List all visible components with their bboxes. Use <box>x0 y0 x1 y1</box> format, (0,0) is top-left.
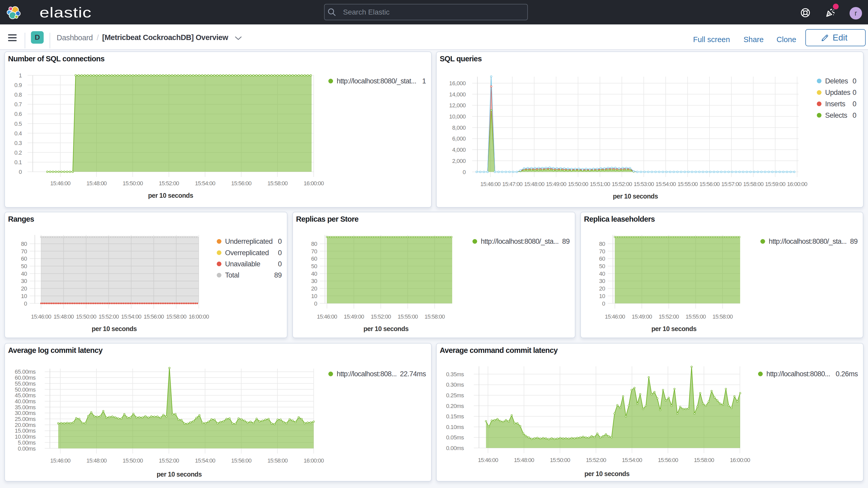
svg-text:0.30ms: 0.30ms <box>446 382 464 388</box>
svg-text:Unavailable: Unavailable <box>225 260 260 268</box>
svg-text:16:00:00: 16:00:00 <box>304 457 324 464</box>
svg-text:10: 10 <box>21 293 27 299</box>
svg-text:Underreplicated: Underreplicated <box>225 238 273 245</box>
svg-text:15:54:00: 15:54:00 <box>195 457 215 464</box>
svg-text:15:55:00: 15:55:00 <box>686 313 706 320</box>
svg-text:10,000: 10,000 <box>449 113 466 120</box>
svg-text:15.00ms: 15.00ms <box>15 427 36 434</box>
svg-text:0: 0 <box>19 169 22 175</box>
svg-text:89: 89 <box>274 271 282 279</box>
svg-text:Overreplicated: Overreplicated <box>225 249 269 257</box>
svg-text:15:56:00: 15:56:00 <box>231 457 252 464</box>
svg-text:15:50:00: 15:50:00 <box>550 457 570 463</box>
svg-text:0.00ms: 0.00ms <box>446 445 464 451</box>
svg-text:30: 30 <box>311 278 317 284</box>
svg-text:35.00ms: 35.00ms <box>15 404 36 410</box>
svg-text:16:00:00: 16:00:00 <box>787 181 807 187</box>
svg-text:15:54:00: 15:54:00 <box>622 457 642 463</box>
svg-text:12,000: 12,000 <box>449 102 466 109</box>
svg-text:0: 0 <box>278 260 282 268</box>
svg-text:15:50:00: 15:50:00 <box>123 180 143 187</box>
svg-text:per 10 seconds: per 10 seconds <box>148 192 193 199</box>
svg-text:40: 40 <box>21 271 27 277</box>
svg-text:15:52:00: 15:52:00 <box>159 457 179 464</box>
svg-text:20.00ms: 20.00ms <box>15 422 36 428</box>
svg-text:Total: Total <box>225 271 239 279</box>
svg-text:0: 0 <box>852 89 856 96</box>
svg-text:89: 89 <box>562 238 570 245</box>
svg-text:0.1: 0.1 <box>14 159 22 165</box>
svg-text:0.7: 0.7 <box>14 101 22 108</box>
svg-text:15:54:00: 15:54:00 <box>195 180 215 187</box>
svg-text:http://localhost:8080...: http://localhost:8080... <box>766 370 830 378</box>
svg-text:15:46:00: 15:46:00 <box>50 457 70 464</box>
svg-text:0.9: 0.9 <box>14 82 22 88</box>
svg-text:60: 60 <box>311 255 317 262</box>
svg-text:15:46:00: 15:46:00 <box>605 313 625 320</box>
svg-text:5.00ms: 5.00ms <box>18 439 36 446</box>
svg-text:15:58:00: 15:58:00 <box>268 457 288 464</box>
svg-text:15:47:00: 15:47:00 <box>502 181 522 187</box>
svg-text:0: 0 <box>852 100 856 108</box>
svg-text:0: 0 <box>314 300 317 307</box>
svg-text:http://localhost:8080/_sta...: http://localhost:8080/_sta... <box>481 238 559 245</box>
svg-text:0: 0 <box>463 169 466 175</box>
svg-text:0.3: 0.3 <box>14 140 22 146</box>
svg-text:0: 0 <box>852 77 856 85</box>
svg-text:15:49:00: 15:49:00 <box>546 181 566 187</box>
svg-text:15:50:00: 15:50:00 <box>76 313 96 320</box>
svg-text:0.25ms: 0.25ms <box>446 392 464 399</box>
svg-text:80: 80 <box>599 241 605 247</box>
svg-text:15:50:00: 15:50:00 <box>568 181 588 187</box>
svg-text:25.00ms: 25.00ms <box>15 416 36 422</box>
svg-text:0.2: 0.2 <box>14 149 22 156</box>
svg-text:89: 89 <box>850 238 858 245</box>
svg-text:0.26ms: 0.26ms <box>836 370 858 378</box>
svg-text:0: 0 <box>852 112 856 119</box>
svg-text:16:00:00: 16:00:00 <box>189 313 209 320</box>
svg-text:16,000: 16,000 <box>449 80 466 87</box>
svg-text:Selects: Selects <box>825 112 847 119</box>
svg-text:6,000: 6,000 <box>452 135 466 142</box>
svg-text:0: 0 <box>24 300 27 307</box>
svg-text:per 10 seconds: per 10 seconds <box>651 325 696 332</box>
svg-text:0.10ms: 0.10ms <box>446 424 464 430</box>
svg-text:http://localhost:8080/_sta...: http://localhost:8080/_sta... <box>769 238 847 245</box>
svg-text:0.00ms: 0.00ms <box>18 446 36 452</box>
svg-text:Updates: Updates <box>825 89 850 96</box>
svg-text:0.5: 0.5 <box>14 121 22 127</box>
svg-text:15:52:00: 15:52:00 <box>371 313 391 320</box>
svg-text:0.4: 0.4 <box>14 130 22 137</box>
svg-text:15:48:00: 15:48:00 <box>524 181 545 187</box>
svg-text:2,000: 2,000 <box>452 158 466 164</box>
svg-text:http://localhost:8080/_stat...: http://localhost:8080/_stat... <box>337 77 416 85</box>
svg-text:80: 80 <box>21 241 27 247</box>
svg-text:15:46:00: 15:46:00 <box>480 181 500 187</box>
svg-text:15:52:00: 15:52:00 <box>98 313 119 320</box>
svg-text:70: 70 <box>599 248 605 255</box>
svg-text:15:46:00: 15:46:00 <box>50 180 70 187</box>
svg-text:30.00ms: 30.00ms <box>15 410 36 416</box>
svg-text:65.00ms: 65.00ms <box>15 368 36 375</box>
svg-text:15:58:00: 15:58:00 <box>425 313 445 320</box>
svg-text:15:50:00: 15:50:00 <box>123 457 143 464</box>
svg-text:30: 30 <box>599 278 605 284</box>
svg-text:per 10 seconds: per 10 seconds <box>363 325 408 332</box>
svg-text:40.00ms: 40.00ms <box>15 398 36 404</box>
svg-text:15:54:00: 15:54:00 <box>656 181 676 187</box>
svg-text:15:48:00: 15:48:00 <box>54 313 74 320</box>
svg-text:15:48:00: 15:48:00 <box>514 457 534 463</box>
svg-text:20: 20 <box>599 285 605 292</box>
svg-text:15:58:00: 15:58:00 <box>743 181 764 187</box>
svg-text:15:46:00: 15:46:00 <box>478 457 498 463</box>
svg-text:15:58:00: 15:58:00 <box>268 180 288 187</box>
svg-text:60.00ms: 60.00ms <box>15 374 36 381</box>
svg-text:0.20ms: 0.20ms <box>446 403 464 409</box>
svg-text:50: 50 <box>21 263 27 270</box>
svg-text:0.35ms: 0.35ms <box>446 371 464 377</box>
svg-text:0.15ms: 0.15ms <box>446 413 464 420</box>
svg-text:0: 0 <box>278 249 282 257</box>
svg-text:70: 70 <box>21 248 27 255</box>
svg-text:0.05ms: 0.05ms <box>446 434 464 441</box>
svg-text:15:52:00: 15:52:00 <box>586 457 606 463</box>
